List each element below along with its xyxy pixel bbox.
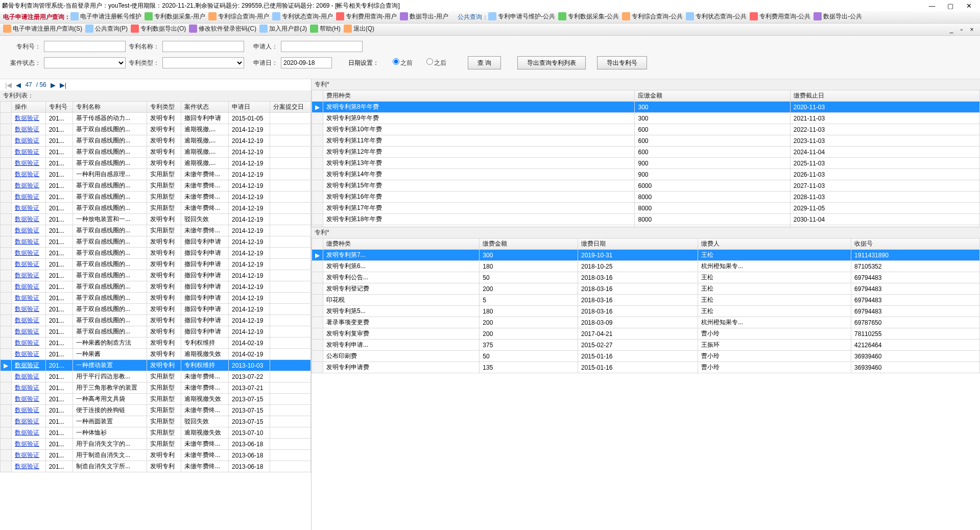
table-row[interactable]: 数据验证 201...一种果酱的制造方法发明专利专利权维持2014-02-19 <box>1 338 311 349</box>
verify-link[interactable]: 数据验证 <box>15 418 39 425</box>
input-patent-name[interactable] <box>162 41 244 52</box>
menu-item-0[interactable]: 电子申请注册用户查询(S) <box>3 25 82 33</box>
verify-link[interactable]: 数据验证 <box>15 126 39 133</box>
col-header[interactable]: 申请日 <box>228 102 270 113</box>
table-row[interactable]: 数据验证 201...基于双自感线圈的...发明专利撤回专利申请2014-12-… <box>1 236 311 248</box>
verify-link[interactable]: 数据验证 <box>15 429 39 436</box>
toolbar-item-public-2[interactable]: 专利综合查询-公共 <box>622 12 683 21</box>
col-header[interactable] <box>312 238 323 250</box>
table-row[interactable]: 发明专利登记费2002018-03-16王松69794483 <box>312 283 980 295</box>
payment-grid[interactable]: 缴费种类缴费金额缴费日期缴费人收据号▶发明专利第7...3002019-10-3… <box>312 238 980 530</box>
menu-item-3[interactable]: 修改软件登录密码(C) <box>189 25 256 33</box>
toolbar-item-public-1[interactable]: 专利数据采集-公共 <box>558 12 619 21</box>
table-row[interactable]: 发明专利第9年年费3002021-11-03 <box>312 113 980 124</box>
mdi-restore-icon[interactable]: ▫ <box>957 26 967 33</box>
col-header[interactable]: 案件状态 <box>181 102 229 113</box>
verify-link[interactable]: 数据验证 <box>15 294 39 301</box>
toolbar-item-public-0[interactable]: 专利申请号维护-公共 <box>488 12 555 21</box>
patent-list-grid[interactable]: 操作专利号专利名称专利类型案件状态申请日分案提交日 数据验证 201...基于传… <box>0 101 311 530</box>
menu-item-5[interactable]: 帮助(H) <box>310 25 341 33</box>
toolbar-item-user-4[interactable]: 专利费用查询-用户 <box>336 12 397 21</box>
verify-link[interactable]: 数据验证 <box>15 384 39 391</box>
table-row[interactable]: 数据验证 201...一种体恤衫实用新型逾期视撤失效2013-07-10 <box>1 427 311 439</box>
toolbar-item-user-3[interactable]: 专利状态查询-用户 <box>272 12 333 21</box>
table-row[interactable]: 发明专利第14年年费9002026-11-03 <box>312 169 980 180</box>
table-row[interactable]: 发明专利公告...502018-03-16王松69794483 <box>312 272 980 283</box>
export-no-button[interactable]: 导出专利号 <box>597 56 647 69</box>
col-header[interactable]: 缴费金额 <box>480 238 578 250</box>
verify-link[interactable]: 数据验证 <box>15 215 39 223</box>
col-header[interactable]: 专利类型 <box>147 102 181 113</box>
verify-link[interactable]: 数据验证 <box>15 283 39 290</box>
query-button[interactable]: 查 询 <box>468 56 501 69</box>
table-row[interactable]: 数据验证 201...用于平行四边形教...实用新型未缴年费终...2013-0… <box>1 371 311 382</box>
table-row[interactable]: 数据验证 201...制造自消失文字所...发明专利未缴年费终...2013-0… <box>1 461 311 472</box>
verify-link[interactable]: 数据验证 <box>15 171 39 178</box>
export-list-button[interactable]: 导出查询专利列表 <box>517 56 586 69</box>
minimize-icon[interactable]: — <box>923 2 941 10</box>
table-row[interactable]: 数据验证 201...基于双自感线圈的...发明专利撤回专利申请2014-12-… <box>1 293 311 304</box>
toolbar-item-public-4[interactable]: 专利费用查询-公共 <box>750 12 810 21</box>
close-icon[interactable]: ✕ <box>960 2 978 10</box>
table-row[interactable]: 数据验证 201...基于双自感线圈的...发明专利撤回专利申请2014-12-… <box>1 248 311 259</box>
verify-link[interactable]: 数据验证 <box>15 114 39 122</box>
verify-link[interactable]: 数据验证 <box>15 395 39 402</box>
input-patent-no[interactable] <box>44 41 126 52</box>
table-row[interactable]: 数据验证 201...基于双自感线圈的...发明专利逾期视撤,...2014-1… <box>1 158 311 169</box>
table-row[interactable]: 发明专利申请费1352015-01-16曹小玲36939460 <box>312 362 980 373</box>
menu-item-6[interactable]: 退出(Q) <box>344 25 374 33</box>
col-header[interactable]: 缴费人 <box>698 238 851 250</box>
col-header[interactable]: 缴费日期 <box>578 238 698 250</box>
pager-last[interactable]: ▶| <box>60 81 66 89</box>
table-row[interactable]: 数据验证 201...一种高考用文具袋实用新型逾期视撤失效2013-07-15 <box>1 394 311 405</box>
table-row[interactable]: 数据验证 201...一种放电装置和一...发明专利驳回失效2014-12-19 <box>1 214 311 225</box>
verify-link[interactable]: 数据验证 <box>15 272 39 279</box>
table-row[interactable]: 发明专利第6...1802018-10-25杭州橙知果专...87105352 <box>312 261 980 272</box>
radio-before-label[interactable]: 之前 <box>382 58 413 67</box>
table-row[interactable]: 数据验证 201...用于三角形教学的装置实用新型未缴年费终...2013-07… <box>1 382 311 394</box>
table-row[interactable]: 发明专利第15年年费60002027-11-03 <box>312 180 980 191</box>
table-row[interactable]: 数据验证 201...基于双自感线圈的...发明专利撤回专利申请2014-12-… <box>1 259 311 270</box>
verify-link[interactable]: 数据验证 <box>15 204 39 211</box>
verify-link[interactable]: 数据验证 <box>15 339 39 346</box>
table-row[interactable]: 发明专利第11年年费6002023-11-03 <box>312 135 980 147</box>
table-row[interactable]: 数据验证 201...用于自消失文字的...实用新型未缴年费终...2013-0… <box>1 439 311 450</box>
verify-link[interactable]: 数据验证 <box>15 159 39 166</box>
col-header[interactable]: 收据号 <box>851 238 980 250</box>
verify-link[interactable]: 数据验证 <box>15 328 39 335</box>
verify-link[interactable]: 数据验证 <box>15 440 39 447</box>
toolbar-item-user-5[interactable]: 数据导出-用户 <box>400 12 448 21</box>
table-row[interactable]: 数据验证 201...一种利用自感原理...实用新型未缴年费终...2014-1… <box>1 169 311 180</box>
col-header[interactable]: 应缴金额 <box>635 90 790 102</box>
table-row[interactable]: 数据验证 201...用于制造自消失文...发明专利未缴年费终...2013-0… <box>1 450 311 461</box>
table-row[interactable]: 发明专利第5...1802018-03-16王松69794483 <box>312 306 980 317</box>
radio-after-label[interactable]: 之后 <box>416 58 446 67</box>
radio-after[interactable] <box>426 58 433 65</box>
table-row[interactable]: 印花税52018-03-16王松69794483 <box>312 295 980 306</box>
table-row[interactable]: 数据验证 201...基于双自感线圈的...发明专利逾期视撤,...2014-1… <box>1 135 311 147</box>
table-row[interactable]: ▶ 数据验证 201...一种摆动装置发明专利专利权维持2013-10-03 <box>1 360 311 371</box>
col-header[interactable] <box>312 90 323 102</box>
verify-link[interactable]: 数据验证 <box>15 260 39 268</box>
verify-link[interactable]: 数据验证 <box>15 350 39 357</box>
verify-link[interactable]: 数据验证 <box>15 148 39 155</box>
table-row[interactable]: 数据验证 201...一种画圆装置实用新型驳回失效2013-07-15 <box>1 416 311 427</box>
table-row[interactable]: 数据验证 201...基于双自感线圈的...发明专利撤回专利申请2014-12-… <box>1 270 311 281</box>
verify-link[interactable]: 数据验证 <box>15 373 39 380</box>
col-header[interactable] <box>1 102 12 113</box>
menu-item-1[interactable]: 公共查询(P) <box>85 25 128 33</box>
verify-link[interactable]: 数据验证 <box>15 137 39 144</box>
table-row[interactable]: ▶发明专利第8年年费3002020-11-03 <box>312 102 980 113</box>
pager-next[interactable]: ▶ <box>51 81 56 89</box>
verify-link[interactable]: 数据验证 <box>15 182 39 189</box>
verify-link[interactable]: 数据验证 <box>15 193 39 200</box>
maximize-icon[interactable]: ▢ <box>941 2 960 10</box>
mdi-minimize-icon[interactable]: _ <box>946 26 957 33</box>
table-row[interactable]: 发明专利第13年年费9002025-11-03 <box>312 158 980 169</box>
select-patent-type[interactable] <box>162 57 244 68</box>
table-row[interactable]: 著录事项变更费2002018-03-09杭州橙知果专...69787650 <box>312 317 980 328</box>
pager-prev[interactable]: ◀ <box>16 81 21 89</box>
toolbar-item-user-1[interactable]: 专利数据采集-用户 <box>145 12 205 21</box>
verify-link[interactable]: 数据验证 <box>15 463 39 470</box>
table-row[interactable]: 数据验证 201...基于双自感线圈的...实用新型未缴年费终...2014-1… <box>1 180 311 191</box>
